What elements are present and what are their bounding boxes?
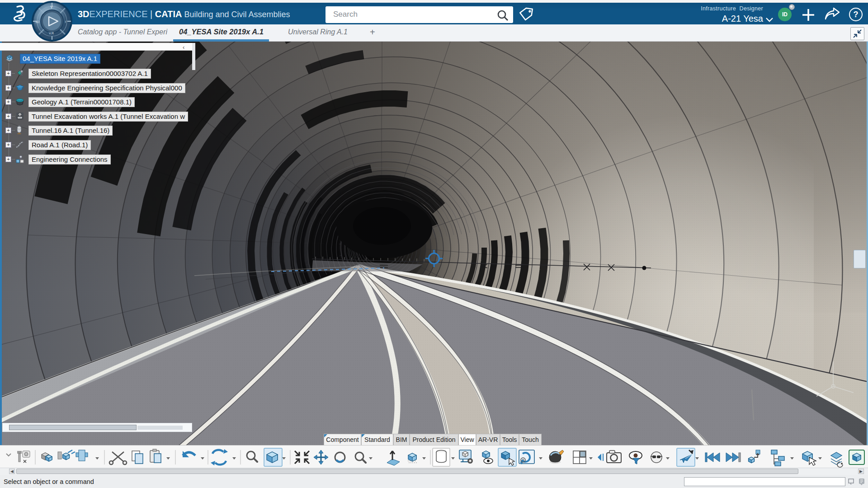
svg-text:i': i' [65, 20, 66, 23]
svg-text:V.R: V.R [49, 32, 54, 35]
svg-text:Y: Y [50, 5, 53, 9]
svg-text:3D: 3D [35, 20, 39, 23]
svg-text:PB: PB [8, 56, 11, 58]
